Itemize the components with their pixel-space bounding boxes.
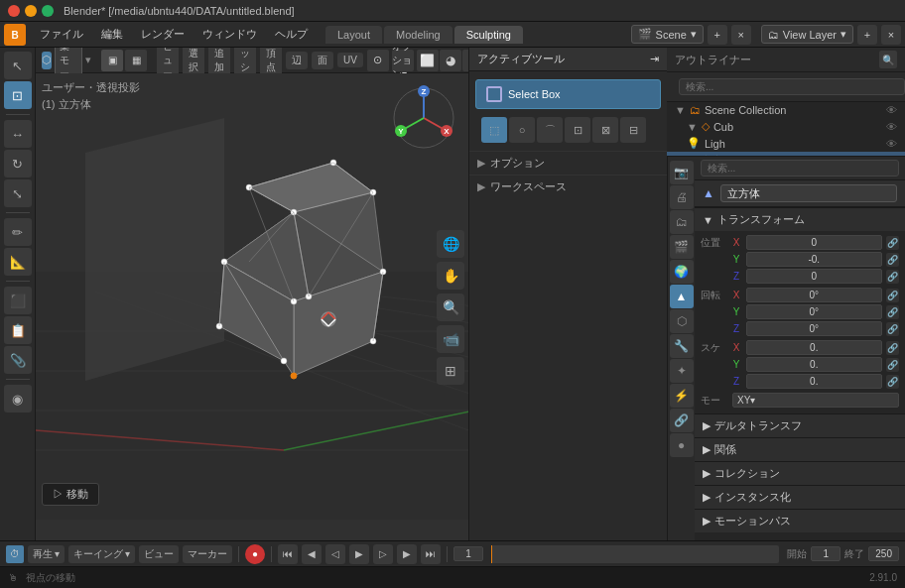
camera-icon[interactable]: 📹 <box>437 325 464 353</box>
outliner-item-light[interactable]: 💡 Ligh 👁 <box>667 135 905 152</box>
prop-mesh-icon[interactable]: ⬡ <box>670 309 694 333</box>
pos-x-input[interactable] <box>746 235 882 250</box>
shading-solid[interactable]: ◕ <box>440 50 461 71</box>
workspace-collapsible[interactable]: ▶ ワークスペース <box>469 175 667 198</box>
select-extra-1[interactable]: ⊡ <box>565 117 590 143</box>
prop-constraints-icon[interactable]: 🔗 <box>670 409 694 432</box>
next-frame-button[interactable]: ▷ <box>373 544 393 564</box>
scene-vis-icon[interactable]: 👁 <box>886 104 897 116</box>
end-frame-input[interactable]: 250 <box>868 546 899 561</box>
scale-y-link[interactable]: 🔗 <box>886 358 899 372</box>
pan-icon[interactable]: ✋ <box>437 262 464 290</box>
add-menu[interactable]: 追加 <box>208 48 230 76</box>
prop-modifier-icon[interactable]: 🔧 <box>670 334 694 358</box>
light-vis[interactable]: 👁 <box>886 138 897 150</box>
pos-z-link[interactable]: 🔗 <box>886 270 899 284</box>
zoom-icon[interactable]: 🔍 <box>437 294 464 321</box>
goto-end-button[interactable]: ⏭ <box>421 544 441 564</box>
orbit-icon[interactable]: 🌐 <box>437 230 464 258</box>
3d-viewport[interactable]: ユーザー・透視投影 (1) 立方体 🌐 ✋ 🔍 📹 ⊞ Z <box>36 73 468 540</box>
outliner-scene-collection[interactable]: ▼ 🗂 Scene Collection 👁 <box>667 102 905 118</box>
prop-render-icon[interactable]: 📷 <box>670 161 694 184</box>
tool-move[interactable]: ↔ <box>4 120 32 148</box>
scale-x-input[interactable] <box>746 340 882 355</box>
instancing-section-header[interactable]: ▶ インスタンス化 <box>695 485 905 509</box>
tl-view-btn[interactable]: ビュー <box>139 545 179 563</box>
menu-window[interactable]: ウィンドウ <box>194 25 265 44</box>
rot-x-input[interactable] <box>746 288 882 302</box>
outliner-search-input[interactable] <box>679 78 905 95</box>
menu-render[interactable]: レンダー <box>133 25 193 44</box>
tab-modeling[interactable]: Modeling <box>384 26 452 44</box>
motion-path-section-header[interactable]: ▶ モーションパス <box>695 509 905 532</box>
face-menu[interactable]: 面 <box>312 52 333 69</box>
goto-start-button[interactable]: ⏮ <box>278 544 298 564</box>
close-button[interactable] <box>8 5 20 17</box>
mode-dropdown[interactable]: XY▾ <box>732 393 899 408</box>
cub-vis[interactable]: 👁 <box>886 121 897 133</box>
select-box-button[interactable]: Select Box <box>475 79 661 109</box>
select-extra-2[interactable]: ⊠ <box>592 117 618 143</box>
prop-output-icon[interactable]: 🖨 <box>670 185 694 209</box>
current-frame-input[interactable]: 1 <box>453 546 483 561</box>
scene-add-button[interactable]: + <box>708 25 727 45</box>
transform-section-header[interactable]: ▼ トランスフォーム <box>695 207 905 231</box>
menu-file[interactable]: ファイル <box>32 25 91 44</box>
rot-z-input[interactable] <box>746 321 882 336</box>
edge-menu[interactable]: 辺 <box>286 52 308 69</box>
prop-material-icon[interactable]: ● <box>670 433 694 457</box>
prop-scene-icon[interactable]: 🎬 <box>670 235 694 259</box>
start-frame-input[interactable]: 1 <box>811 546 840 561</box>
minimize-button[interactable] <box>25 5 37 17</box>
record-button[interactable]: ● <box>245 544 265 564</box>
tool-annotate[interactable]: ✏ <box>4 218 32 246</box>
tool-cursor[interactable]: ↖ <box>4 52 32 79</box>
prev-keyframe-button[interactable]: ◀ <box>302 544 322 564</box>
view-layer-add[interactable]: + <box>857 25 877 45</box>
grid-icon[interactable]: ⊞ <box>437 357 464 385</box>
prop-object-icon[interactable]: ▲ <box>670 285 694 308</box>
scale-y-input[interactable] <box>746 357 882 372</box>
pos-y-link[interactable]: 🔗 <box>886 253 899 267</box>
axis-widget[interactable]: Z X Y <box>389 83 458 153</box>
prop-physics-icon[interactable]: ⚡ <box>670 384 694 408</box>
rot-y-link[interactable]: 🔗 <box>886 305 899 319</box>
rot-x-link[interactable]: 🔗 <box>886 289 899 302</box>
scale-z-link[interactable]: 🔗 <box>886 375 899 389</box>
relations-section-header[interactable]: ▶ 関係 <box>695 437 905 461</box>
select-extra-3[interactable]: ⊟ <box>620 117 646 143</box>
scale-x-link[interactable]: 🔗 <box>886 341 899 355</box>
view-layer-dropdown[interactable]: 🗂 View Layer ▾ <box>761 25 853 44</box>
next-keyframe-button[interactable]: ▶ <box>397 544 417 564</box>
viewport[interactable]: ⬡ 編集モード ▾ ▣ ▦ ビュー 選択 追加 メッシュ 頂点 辺 面 UV ⊙… <box>36 48 468 540</box>
pos-z-input[interactable] <box>746 269 882 284</box>
tool-shading[interactable]: ◉ <box>4 385 32 412</box>
blender-logo[interactable]: B <box>4 24 26 46</box>
rot-z-link[interactable]: 🔗 <box>886 322 899 336</box>
vertex-menu[interactable]: 頂点 <box>260 48 282 76</box>
keying-btn[interactable]: キーイング ▾ <box>68 545 135 563</box>
menu-help[interactable]: ヘルプ <box>267 25 316 44</box>
menu-edit[interactable]: 編集 <box>93 25 131 44</box>
tool-add[interactable]: ⬛ <box>4 287 32 314</box>
prev-frame-button[interactable]: ◁ <box>325 544 345 564</box>
show-all-button[interactable]: ▣ <box>101 50 123 71</box>
select-circle-mode[interactable]: ○ <box>509 117 535 143</box>
prop-search-input[interactable] <box>701 160 899 176</box>
play-button[interactable]: ▶ <box>349 544 369 564</box>
tool-scale[interactable]: ⤡ <box>4 179 32 207</box>
scale-z-input[interactable] <box>746 374 882 389</box>
timeline-scrubber[interactable] <box>491 545 779 563</box>
active-tools-collapse[interactable]: ⇥ <box>650 53 659 65</box>
view-layer-remove[interactable]: × <box>881 25 901 45</box>
object-name-input[interactable] <box>720 184 897 202</box>
outliner-item-cub[interactable]: ▼ ◇ Cub 👁 <box>667 118 905 135</box>
maximize-button[interactable] <box>42 5 54 17</box>
tab-sculpting[interactable]: Sculpting <box>454 26 523 44</box>
viewport-snap-button[interactable]: ⊙ <box>367 50 389 71</box>
playback-btn[interactable]: 再生 ▾ <box>28 545 65 563</box>
tool-measure[interactable]: 📐 <box>4 248 32 276</box>
show-wire-button[interactable]: ▦ <box>125 50 147 71</box>
pos-x-link[interactable]: 🔗 <box>886 236 899 250</box>
select-menu[interactable]: 選択 <box>183 48 204 76</box>
